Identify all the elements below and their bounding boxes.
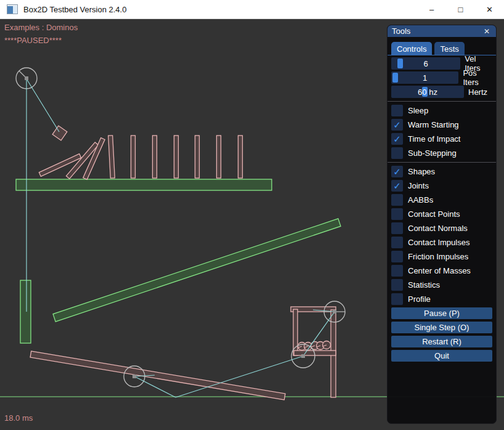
tab-bar: ControlsTests <box>391 42 492 55</box>
slider-pos-iters[interactable]: 1 <box>391 71 458 84</box>
window-title: Box2D Testbed Version 2.4.0 <box>23 5 126 14</box>
checkbox-label: Warm Starting <box>408 120 459 129</box>
checkbox-joints[interactable]: ✓ <box>391 180 403 192</box>
scene-shape <box>301 354 305 358</box>
scene-shape <box>238 136 243 178</box>
checkbox-row-contact-normals: Contact Normals <box>391 222 492 234</box>
paused-label: ****PAUSED**** <box>4 36 62 45</box>
slider-row-vel-iters: 6Vel Iters <box>391 57 492 70</box>
checkbox-label: Sleep <box>408 106 428 115</box>
separator <box>388 101 496 102</box>
slider-value: 60 hz <box>391 86 464 98</box>
checkbox-contact-points[interactable] <box>391 208 403 220</box>
checkbox-label: Center of Masses <box>408 266 471 275</box>
checkbox-profile[interactable] <box>391 293 403 305</box>
maximize-button[interactable]: □ <box>446 0 475 18</box>
scene-shape <box>132 375 136 378</box>
app-window: Box2D Testbed Version 2.4.0 – □ ✕ Exampl… <box>0 0 504 430</box>
checkbox-statistics[interactable] <box>391 279 403 291</box>
slider-vel-iters[interactable]: 6 <box>391 57 460 70</box>
checkbox-row-joints: ✓Joints <box>391 180 492 192</box>
example-label: Examples : Dominos <box>4 23 78 32</box>
checkbox-row-profile: Profile <box>391 293 492 305</box>
checkbox-row-contact-points: Contact Points <box>391 208 492 220</box>
scene-shape <box>174 136 179 178</box>
panel-close-icon[interactable]: ✕ <box>482 26 492 36</box>
checkbox-row-sub-stepping: Sub-Stepping <box>391 147 492 159</box>
checkbox-label: Statistics <box>408 280 440 290</box>
checkbox-label: Friction Impulses <box>408 252 468 261</box>
scene-shape <box>195 136 200 178</box>
checkbox-time-of-impact[interactable]: ✓ <box>391 133 403 145</box>
pause-button[interactable]: Pause (P) <box>391 307 492 319</box>
slider-label: Hertz <box>468 87 487 97</box>
checkbox-label: Time of Impact <box>408 134 460 144</box>
scene-shape <box>53 219 341 322</box>
checkbox-row-friction-impulses: Friction Impulses <box>391 251 492 262</box>
scene-shape <box>333 310 336 314</box>
slider-value: 6 <box>391 57 460 70</box>
slider-row-pos-iters: 1Pos Iters <box>391 71 492 84</box>
scene-shape <box>217 136 221 178</box>
separator <box>388 162 496 163</box>
checkbox-row-warm-starting: ✓Warm Starting <box>391 119 492 131</box>
checkbox-label: Shapes <box>408 167 435 176</box>
checkbox-shapes[interactable]: ✓ <box>391 166 403 177</box>
checkbox-label: AABBs <box>408 195 433 205</box>
checkbox-row-contact-impulses: Contact Impulses <box>391 237 492 248</box>
slider-hertz[interactable]: 60 hz <box>391 86 464 98</box>
slider-row-hertz: 60 hzHertz <box>391 86 492 98</box>
os-titlebar[interactable]: Box2D Testbed Version 2.4.0 – □ ✕ <box>0 0 504 19</box>
scene-shape <box>52 126 67 140</box>
checkbox-row-center-of-masses: Center of Masses <box>391 265 492 277</box>
minimize-button[interactable]: – <box>417 0 446 18</box>
checkbox-label: Sub-Stepping <box>408 148 457 158</box>
checkbox-friction-impulses[interactable] <box>391 251 403 262</box>
checkbox-row-aabbs: AABBs <box>391 194 492 206</box>
scene-shape <box>25 76 28 80</box>
checkbox-row-time-of-impact: ✓Time of Impact <box>391 133 492 145</box>
restart-button[interactable]: Restart (R) <box>391 336 492 347</box>
checkbox-row-statistics: Statistics <box>391 279 492 291</box>
checkbox-label: Contact Normals <box>408 224 468 233</box>
scene-shape <box>20 280 31 343</box>
checkbox-sleep[interactable] <box>391 105 403 116</box>
scene-shape <box>26 79 59 132</box>
checkbox-contact-normals[interactable] <box>391 222 403 234</box>
close-button[interactable]: ✕ <box>475 0 504 18</box>
checkbox-label: Joints <box>408 181 429 190</box>
frame-time-label: 18.0 ms <box>4 413 33 423</box>
tools-panel-title: Tools <box>392 26 482 36</box>
scene-shape <box>16 179 272 190</box>
tab-tests[interactable]: Tests <box>434 42 464 55</box>
tools-panel-titlebar[interactable]: Tools ✕ <box>388 25 496 37</box>
scene-shape <box>108 136 115 178</box>
single-step-button[interactable]: Single Step (O) <box>391 322 492 333</box>
scene-shape <box>153 136 157 178</box>
scene-shape <box>131 136 136 178</box>
checkbox-label: Contact Points <box>408 209 460 219</box>
app-icon <box>7 4 18 14</box>
slider-value: 1 <box>391 71 458 84</box>
quit-button[interactable]: Quit <box>391 350 492 362</box>
checkbox-label: Contact Impulses <box>408 238 469 247</box>
tools-panel: Tools ✕ ControlsTests 6Vel Iters1Pos Ite… <box>387 25 497 424</box>
tab-controls[interactable]: Controls <box>391 42 432 55</box>
slider-label: Pos Iters <box>463 68 492 87</box>
checkbox-warm-starting[interactable]: ✓ <box>391 119 403 131</box>
scene-shape <box>30 351 285 400</box>
checkbox-row-shapes: ✓Shapes <box>391 166 492 177</box>
checkbox-row-sleep: Sleep <box>391 105 492 116</box>
checkbox-aabbs[interactable] <box>391 194 403 206</box>
checkbox-contact-impulses[interactable] <box>391 237 403 248</box>
checkbox-center-of-masses[interactable] <box>391 265 403 277</box>
checkbox-label: Profile <box>408 294 431 304</box>
checkbox-sub-stepping[interactable] <box>391 147 403 159</box>
